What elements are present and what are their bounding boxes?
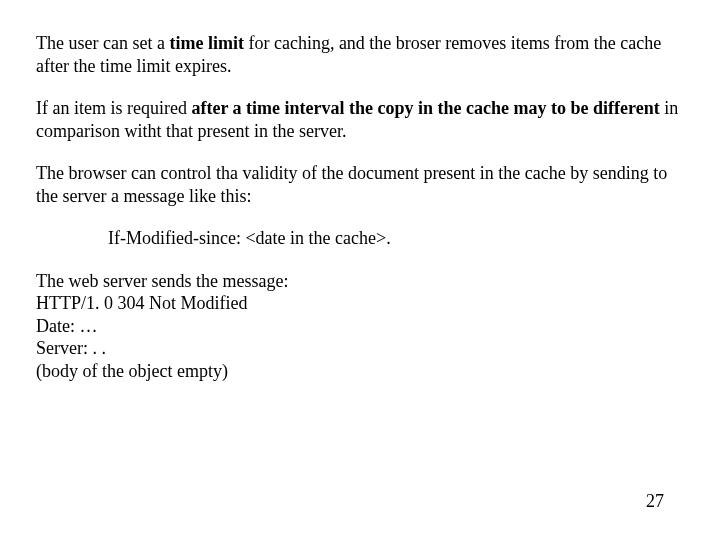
- paragraph-1: The user can set a time limit for cachin…: [36, 32, 684, 77]
- paragraph-5-line-5: (body of the object empty): [36, 360, 684, 383]
- paragraph-5-line-4: Server: . .: [36, 337, 684, 360]
- text-bold: after a time interval the copy in the ca…: [191, 98, 659, 118]
- paragraph-5-line-2: HTTP/1. 0 304 Not Modified: [36, 292, 684, 315]
- slide-page: The user can set a time limit for cachin…: [0, 0, 720, 540]
- paragraph-4-indented: If-Modified-since: <date in the cache>.: [108, 227, 684, 250]
- paragraph-5-line-3: Date: …: [36, 315, 684, 338]
- paragraph-5-line-1: The web server sends the message:: [36, 270, 684, 293]
- text-run: The user can set a: [36, 33, 169, 53]
- paragraph-2: If an item is required after a time inte…: [36, 97, 684, 142]
- page-number: 27: [646, 490, 664, 513]
- paragraph-3: The browser can control tha validity of …: [36, 162, 684, 207]
- text-bold: time limit: [169, 33, 243, 53]
- text-run: If an item is required: [36, 98, 191, 118]
